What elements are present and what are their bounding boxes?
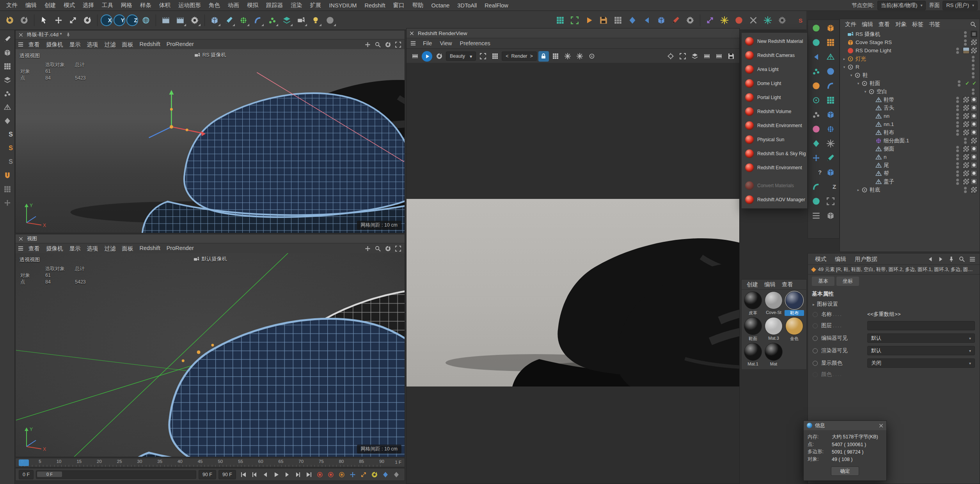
maximize-view-icon[interactable]: [394, 244, 402, 253]
interactive-region-button[interactable]: [568, 14, 581, 27]
aov-layers-icon[interactable]: [689, 51, 700, 62]
object-tree-node[interactable]: ▾ R: [840, 63, 980, 71]
menu-item[interactable]: 动画: [224, 0, 243, 10]
next-key-button[interactable]: [293, 470, 303, 480]
object-tree-node[interactable]: n: [840, 153, 980, 161]
material-tab[interactable]: 编辑: [762, 280, 778, 289]
object-tree-node[interactable]: ▾ 空白: [840, 87, 980, 96]
expand-caret-icon[interactable]: ▾: [856, 82, 861, 85]
add-field-button[interactable]: [280, 14, 293, 27]
menu-item[interactable]: 渲染: [287, 0, 306, 10]
visibility-dots[interactable]: [956, 97, 959, 103]
menu-item[interactable]: 跟踪器: [262, 0, 287, 10]
redshift-menu-item[interactable]: Convert Materials: [742, 179, 807, 193]
axis-toggle-button[interactable]: [2, 197, 13, 209]
live-selection-button[interactable]: [37, 14, 51, 27]
add-camera-button[interactable]: [295, 14, 308, 27]
autokey-button[interactable]: [326, 470, 336, 480]
render-bucket-nav[interactable]: < Render >: [502, 51, 537, 61]
export-tool-button[interactable]: [640, 14, 653, 27]
menu-item[interactable]: Octane: [428, 1, 454, 10]
object-name[interactable]: 灯光: [856, 55, 866, 62]
object-tag-icon[interactable]: [963, 145, 969, 152]
material-tab[interactable]: 查看: [779, 280, 796, 289]
menu-item[interactable]: RealFlow: [481, 1, 512, 10]
snapshot-a-icon[interactable]: [563, 51, 573, 62]
object-tag-icon[interactable]: [971, 145, 977, 152]
object-name[interactable]: 盖子: [884, 178, 894, 185]
model-mode-button[interactable]: [2, 47, 13, 59]
qr-tool-button[interactable]: [611, 14, 625, 27]
menu-item[interactable]: 帮助: [408, 0, 428, 10]
viewport-menu-item[interactable]: ProRender: [163, 244, 197, 253]
viewport-menu-item[interactable]: 显示: [66, 244, 84, 253]
menu-item[interactable]: INSYDIUM: [325, 1, 361, 10]
next-frame-button[interactable]: [282, 470, 292, 480]
object-tag-icon[interactable]: [971, 47, 977, 54]
menu-item[interactable]: 模式: [60, 0, 79, 10]
visibility-dots[interactable]: [972, 72, 975, 78]
beauty-aov-dropdown[interactable]: Beauty▾: [446, 51, 476, 61]
palette-ball-orange-icon[interactable]: [810, 79, 822, 92]
palette-ball-teal-icon[interactable]: [810, 36, 822, 49]
menu-item[interactable]: 选择: [79, 0, 98, 10]
palette-cube2-icon[interactable]: [824, 166, 837, 179]
object-name[interactable]: RS 摄像机: [856, 31, 880, 38]
render-to-picture-viewer-button[interactable]: [174, 14, 187, 27]
scale-key-toggle[interactable]: [359, 470, 369, 480]
add-light-button[interactable]: [309, 14, 322, 27]
snap-toggle-button[interactable]: [2, 170, 13, 181]
viewport-menu-item[interactable]: 选项: [84, 40, 101, 49]
expand-caret-icon[interactable]: ▸: [856, 188, 861, 192]
settings-plugin-button[interactable]: [684, 14, 697, 27]
viewport-render-button[interactable]: [554, 14, 567, 27]
close-plugin-button[interactable]: [747, 14, 760, 27]
menu-item[interactable]: 网格: [117, 0, 136, 10]
object-tag-icon[interactable]: [971, 178, 977, 185]
object-name[interactable]: 尾: [884, 162, 889, 169]
object-tag-icon[interactable]: [963, 170, 969, 177]
pan-view-icon[interactable]: [363, 40, 372, 49]
info-dialog-title-bar[interactable]: 信息: [804, 421, 886, 430]
visibility-dots[interactable]: [956, 105, 959, 111]
playhead[interactable]: [19, 459, 29, 466]
add-cloner-button[interactable]: [266, 14, 279, 27]
bucket-mode-icon[interactable]: [550, 51, 561, 62]
pen-tool-button[interactable]: [222, 14, 236, 27]
image-compare-b-icon[interactable]: [714, 51, 724, 62]
object-tree-node[interactable]: 细分曲面.1: [840, 137, 980, 145]
material-swatch[interactable]: Mat.3: [764, 317, 783, 342]
object-name[interactable]: n: [884, 154, 887, 160]
solo-off-button[interactable]: S: [2, 129, 13, 140]
polygons-mode-button[interactable]: [2, 115, 13, 127]
attribute-tab[interactable]: 用户数据: [851, 254, 881, 264]
viewport-menu-item[interactable]: ProRender: [163, 40, 197, 49]
object-tree-node[interactable]: Cove Stage RS: [840, 38, 980, 46]
redshift-menu-item[interactable]: Redshift Cameras: [742, 48, 807, 62]
object-name[interactable]: 细分曲面.1: [884, 137, 909, 144]
palette-help-icon[interactable]: ?: [810, 166, 822, 179]
object-manager-menu-item[interactable]: 书签: [926, 20, 943, 29]
object-tag-icon[interactable]: [964, 80, 970, 86]
hamburger-icon[interactable]: [18, 42, 23, 47]
viewport-menu-item[interactable]: 摄像机: [43, 244, 66, 253]
visibility-dots[interactable]: [956, 154, 959, 160]
keyframe-dot-icon[interactable]: [813, 348, 818, 353]
redshift-menu-item[interactable]: Area Light: [742, 62, 807, 76]
object-tag-icon[interactable]: [963, 129, 969, 136]
viewport-menu-item[interactable]: 查看: [25, 244, 43, 253]
orbit-view-icon[interactable]: [383, 244, 392, 253]
visibility-dots[interactable]: [956, 179, 959, 185]
palette-pen-icon[interactable]: [824, 151, 837, 164]
renderview-title-bar[interactable]: Redshift RenderView: [407, 28, 739, 38]
add-primitive-button[interactable]: [208, 14, 221, 27]
pixel-probe-icon[interactable]: [665, 51, 676, 62]
viewport-menu-item[interactable]: Redshift: [137, 244, 163, 253]
palette-grid-orange-icon[interactable]: [824, 36, 837, 49]
position-key-toggle[interactable]: [348, 470, 358, 480]
timeline-ruler[interactable]: 051015202530354045505560657075808590 1 F: [15, 458, 405, 467]
menu-item[interactable]: 文件: [2, 0, 21, 10]
edges-mode-button[interactable]: [2, 101, 13, 113]
object-tag-icon[interactable]: [971, 96, 977, 103]
save-image-icon[interactable]: [726, 51, 736, 62]
